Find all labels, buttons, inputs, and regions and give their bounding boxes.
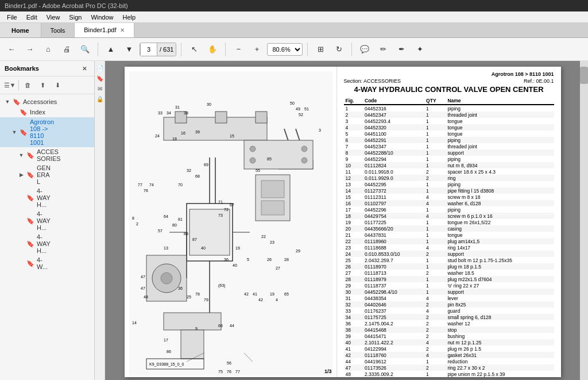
svg-text:38: 38: [184, 111, 188, 115]
cell-fig: 30: [344, 289, 363, 295]
svg-text:47: 47: [141, 286, 145, 290]
home-button[interactable]: ⌂: [40, 41, 56, 57]
menu-bar: File Edit View Sign Window Help: [0, 11, 588, 23]
cell-fig: 26: [344, 263, 363, 270]
cell-qty: 1: [424, 238, 446, 244]
cell-code: 01118979: [363, 276, 424, 282]
cell-fig: 36: [344, 320, 363, 327]
svg-text:25: 25: [187, 295, 191, 299]
panel-btn-2[interactable]: 🔖: [95, 74, 105, 83]
select-tool-button[interactable]: ↖: [186, 41, 202, 57]
tab-close-icon[interactable]: ✕: [120, 27, 125, 33]
table-row: 47 01173526 2 ring 22.7 x 30 x 2: [344, 364, 554, 371]
zoom-out-button[interactable]: −: [230, 41, 246, 57]
menu-edit[interactable]: Edit: [22, 13, 42, 22]
bookmark-icon-acces: 🔖: [26, 151, 34, 159]
sidebar-item-agrotron[interactable]: ▼ 🔖 Agrotron108 ->81101001: [0, 117, 94, 147]
sidebar-item-general[interactable]: ▶ 🔖 GENERAL: [0, 163, 94, 186]
left-panel-strip: 📄 🔖 ✉ 🔒: [95, 61, 105, 380]
menu-view[interactable]: View: [42, 13, 65, 22]
sidebar-move-down-btn[interactable]: ⬇: [51, 79, 64, 91]
sidebar-item-accessories[interactable]: ▼ 🔖 Accessories: [0, 97, 94, 107]
tab-binder[interactable]: Binder1.pdf ✕: [75, 23, 134, 37]
tab-tools[interactable]: Tools: [41, 23, 75, 37]
table-row: 34 01175725 2 small spring 6, d128: [344, 314, 554, 320]
zoom-dropdown[interactable]: 80.6%: [267, 43, 303, 56]
panel-btn-1[interactable]: 📄: [95, 63, 105, 72]
back-button[interactable]: ←: [3, 41, 20, 57]
tab-binder-label: Binder1.pdf: [84, 26, 116, 33]
tab-home[interactable]: Home: [0, 23, 41, 37]
table-row: 40 2.1011.422.2 4 nut m 12 p.1.25: [344, 339, 554, 346]
cell-name: threaded joint: [446, 143, 554, 149]
rotate-button[interactable]: ↻: [331, 41, 347, 57]
prev-page-button[interactable]: ▲: [103, 41, 119, 57]
svg-rect-20: [164, 313, 221, 330]
sidebar-item-4way1[interactable]: ▶ 🔖 4-WAYH...: [0, 186, 94, 209]
cell-qty: 4: [424, 244, 446, 251]
expand-general[interactable]: ▶: [18, 172, 24, 178]
cell-fig: 9: [344, 156, 363, 162]
col-fig: Fig.: [344, 97, 363, 105]
stamp-button[interactable]: ✦: [412, 41, 428, 57]
cell-name: nut m 8, d934: [446, 162, 554, 168]
cell-qty: 1: [424, 225, 446, 232]
page-number-input[interactable]: 3: [140, 43, 157, 56]
label-4way4: 4-W...: [37, 256, 48, 270]
fit-page-button[interactable]: ⊞: [312, 41, 328, 57]
forward-button[interactable]: →: [22, 41, 38, 57]
expand-acces[interactable]: ▼: [18, 152, 24, 158]
menu-file[interactable]: File: [2, 13, 22, 22]
sidebar-item-4way4[interactable]: ▶ 🔖 4-W...: [0, 255, 94, 271]
table-row: 28 01118979 1 plug m22x1.5 d7604: [344, 276, 554, 282]
cell-code: 01112824: [363, 162, 424, 168]
cell-code: 01118970: [363, 263, 424, 270]
zoom-in-button[interactable]: +: [249, 41, 265, 57]
next-page-button[interactable]: ▼: [121, 41, 137, 57]
sidebar-item-4way3[interactable]: ▶ 🔖 4-WAYH...: [0, 232, 94, 255]
cell-name: reduction: [446, 358, 554, 364]
sidebar-delete-btn[interactable]: 🗑: [21, 79, 34, 91]
scroll-thumb[interactable]: [580, 67, 588, 84]
pdf-viewer[interactable]: 33 34 31 38 30 50 49 52 51 3 24 18 16 39…: [105, 61, 580, 380]
cell-code: 04452347: [363, 143, 424, 149]
print-button[interactable]: 🖨: [59, 41, 75, 57]
svg-text:34: 34: [167, 111, 171, 115]
sidebar-new-btn[interactable]: ☰▼: [3, 79, 16, 91]
cell-code: 01118688: [363, 244, 424, 251]
sidebar-close-button[interactable]: ✕: [79, 63, 90, 74]
pencil-button[interactable]: ✏: [375, 41, 391, 57]
table-row: 22 01118960 1 plug am14x1,5: [344, 238, 554, 244]
cell-fig: 40: [344, 339, 363, 346]
panel-btn-4[interactable]: 🔒: [95, 94, 105, 103]
expand-accessories[interactable]: ▼: [5, 99, 10, 105]
cell-code: 04452291: [363, 137, 424, 143]
table-row: 33 01176237 4 guard: [344, 308, 554, 314]
sidebar-item-acces[interactable]: ▼ 🔖 ACCESSORIES: [0, 147, 94, 163]
menu-window[interactable]: Window: [86, 13, 118, 22]
svg-text:41: 41: [253, 292, 257, 296]
tab-tools-label: Tools: [51, 27, 65, 34]
cell-name: washer 6, d128: [446, 200, 554, 206]
svg-text:29: 29: [296, 249, 300, 253]
panel-btn-3[interactable]: ✉: [95, 84, 105, 93]
sidebar-move-up-btn[interactable]: ⬆: [36, 79, 49, 91]
expand-index[interactable]: ▶: [11, 109, 17, 115]
right-scrollbar[interactable]: [580, 61, 588, 380]
highlight-button[interactable]: ✒: [393, 41, 409, 57]
cell-name: support: [446, 149, 554, 156]
sidebar-item-4way2[interactable]: ▶ 🔖 4-WAYH...: [0, 209, 94, 232]
expand-agrotron[interactable]: ▼: [11, 129, 17, 135]
comment-button[interactable]: 💬: [357, 41, 373, 57]
cell-qty: 1: [424, 371, 446, 377]
cell-qty: 4: [424, 213, 446, 219]
menu-help[interactable]: Help: [118, 13, 141, 22]
menu-sign[interactable]: Sign: [64, 13, 86, 22]
parts-table-body: 1 04452316 1 piping 2 04452347 1 threade…: [344, 105, 554, 377]
cell-fig: 25: [344, 257, 363, 263]
zoom-marque-button[interactable]: 🔍: [77, 41, 93, 57]
hand-tool-button[interactable]: ✋: [204, 41, 220, 57]
svg-text:44: 44: [230, 324, 234, 328]
sidebar-item-index[interactable]: ▶ 🔖 Index: [0, 107, 94, 117]
table-row: 41 04122994 2 plug m 26 p 1.5: [344, 346, 554, 352]
